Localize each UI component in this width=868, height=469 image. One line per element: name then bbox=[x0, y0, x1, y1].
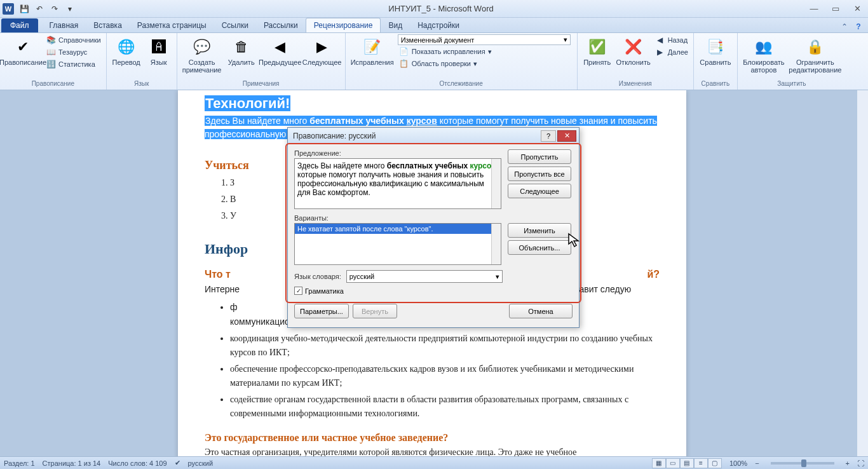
qat-customize-icon[interactable]: ▾ bbox=[64, 3, 76, 15]
tab-review[interactable]: Рецензирование bbox=[306, 18, 381, 32]
status-bar: Раздел: 1 Страница: 1 из 14 Число слов: … bbox=[0, 456, 868, 469]
sentence-textbox[interactable]: Здесь Вы найдете много бесплатных учебны… bbox=[294, 158, 501, 209]
next-comment-icon: ▶ bbox=[312, 37, 332, 57]
scrollbar[interactable] bbox=[491, 224, 501, 264]
status-language[interactable]: русский bbox=[188, 459, 213, 467]
spelling-button[interactable]: ✔ Правописание bbox=[4, 34, 42, 66]
display-for-review-dropdown[interactable]: Измененный документ▾ bbox=[398, 34, 571, 45]
restrict-editing-icon: 🔒 bbox=[805, 37, 825, 57]
web-layout-view-button[interactable]: ▤ bbox=[680, 458, 694, 468]
dict-lang-select[interactable]: русский▾ bbox=[346, 270, 503, 283]
track-changes-label: Исправления bbox=[351, 58, 394, 66]
print-layout-view-button[interactable]: ▦ bbox=[652, 458, 666, 468]
cancel-button[interactable]: Отмена bbox=[509, 304, 573, 318]
new-comment-button[interactable]: 💬Создать примечание bbox=[181, 34, 223, 74]
tab-insert[interactable]: Вставка bbox=[86, 18, 130, 32]
draft-view-button[interactable]: ▢ bbox=[708, 458, 722, 468]
translate-button[interactable]: 🌐Перевод bbox=[111, 34, 142, 66]
skip-all-button[interactable]: Пропустить все bbox=[508, 167, 571, 181]
tab-home[interactable]: Главная bbox=[42, 18, 86, 32]
group-compare: 📑Сравнить Сравнить bbox=[694, 33, 738, 90]
maximize-button[interactable]: ▭ bbox=[827, 3, 844, 15]
status-word-count[interactable]: Число слов: 4 109 bbox=[108, 459, 166, 467]
compare-button[interactable]: 📑Сравнить bbox=[698, 34, 733, 66]
prev-comment-button[interactable]: ◀Предыдущее bbox=[260, 34, 301, 66]
thesaurus-button[interactable]: 📖Тезаурус bbox=[44, 46, 102, 58]
ribbon: ✔ Правописание 📚Справочники 📖Тезаурус 🔢С… bbox=[0, 33, 868, 90]
language-label: Язык bbox=[151, 58, 167, 66]
fullscreen-reading-view-button[interactable]: ▭ bbox=[666, 458, 680, 468]
redo-icon[interactable]: ↷ bbox=[48, 3, 61, 15]
language-button[interactable]: 🅰Язык bbox=[145, 34, 173, 66]
dialog-close-button[interactable]: ✕ bbox=[557, 130, 576, 142]
stats-button[interactable]: 🔢Статистика bbox=[44, 58, 102, 70]
accept-icon: ✅ bbox=[587, 37, 607, 57]
status-section[interactable]: Раздел: 1 bbox=[4, 459, 35, 467]
reviewing-pane-button[interactable]: 📋Область проверки ▾ bbox=[398, 58, 573, 69]
parameters-button[interactable]: Параметры... bbox=[294, 304, 349, 318]
delete-comment-button[interactable]: 🗑Удалить bbox=[226, 34, 257, 66]
thesaurus-icon: 📖 bbox=[46, 47, 56, 57]
tab-page-layout[interactable]: Разметка страницы bbox=[130, 18, 214, 32]
dialog-help-button[interactable]: ? bbox=[541, 130, 556, 142]
skip-button[interactable]: Пропустить bbox=[508, 149, 571, 164]
research-button[interactable]: 📚Справочники bbox=[44, 34, 102, 46]
group-proofing-label: Правописание bbox=[4, 80, 102, 88]
dialog-title: Правописание: русский bbox=[290, 132, 539, 140]
status-proofing-icon[interactable]: ✔ bbox=[175, 459, 180, 467]
status-zoom[interactable]: 100% bbox=[729, 459, 747, 467]
minimize-button[interactable]: — bbox=[806, 3, 822, 15]
status-page[interactable]: Страница: 1 из 14 bbox=[43, 459, 101, 467]
spelling-icon: ✔ bbox=[13, 37, 33, 57]
undo-icon[interactable]: ↶ bbox=[33, 3, 46, 15]
chevron-down-icon: ▾ bbox=[564, 36, 567, 44]
reject-icon: ❌ bbox=[623, 37, 644, 57]
save-icon[interactable]: 💾 bbox=[18, 3, 31, 15]
zoom-in-button[interactable]: + bbox=[846, 459, 850, 467]
tab-references[interactable]: Ссылки bbox=[214, 18, 256, 32]
accept-button[interactable]: ✅Принять bbox=[581, 34, 613, 66]
track-changes-button[interactable]: 📝Исправления bbox=[349, 34, 395, 66]
ribbon-minimize-icon[interactable]: ⌃ bbox=[839, 21, 850, 32]
tab-addins[interactable]: Надстройки bbox=[410, 18, 467, 32]
help-icon[interactable]: ? bbox=[853, 21, 864, 32]
next-change-button[interactable]: ▶Далее bbox=[654, 46, 689, 58]
next-sentence-button[interactable]: Следующее bbox=[508, 184, 571, 198]
reject-button[interactable]: ❌Отклонить bbox=[616, 34, 651, 66]
translate-label: Перевод bbox=[112, 58, 140, 66]
restrict-editing-button[interactable]: 🔒Ограничить редактирование bbox=[789, 34, 842, 74]
show-markup-button[interactable]: 📄Показать исправления ▾ bbox=[398, 46, 573, 57]
close-button[interactable]: ✕ bbox=[849, 3, 865, 15]
tab-mailings[interactable]: Рассылки bbox=[256, 18, 306, 32]
dialog-titlebar[interactable]: Правописание: русский ? ✕ bbox=[288, 128, 579, 144]
variant-item[interactable]: Не хватает запятой после слова "курсов". bbox=[295, 224, 501, 234]
grammar-checkbox[interactable]: ✓ Грамматика bbox=[294, 287, 573, 295]
tab-view[interactable]: Вид bbox=[381, 18, 410, 32]
zoom-slider[interactable] bbox=[771, 462, 834, 465]
group-proofing: ✔ Правописание 📚Справочники 📖Тезаурус 🔢С… bbox=[0, 33, 107, 90]
variants-listbox[interactable]: Не хватает запятой после слова "курсов". bbox=[294, 223, 501, 265]
outline-view-button[interactable]: ≡ bbox=[694, 458, 708, 468]
group-language: 🌐Перевод 🅰Язык Язык bbox=[107, 33, 177, 90]
zoom-out-button[interactable]: − bbox=[755, 459, 759, 467]
prev-comment-icon: ◀ bbox=[270, 37, 290, 57]
prev-change-button[interactable]: ◀Назад bbox=[654, 34, 689, 46]
sentence-label: Предложение: bbox=[294, 149, 501, 157]
language-icon: 🅰 bbox=[149, 37, 169, 57]
explain-button[interactable]: Объяснить... bbox=[508, 240, 571, 255]
group-changes-label: Изменения bbox=[581, 80, 689, 88]
spelling-label: Правописание bbox=[0, 58, 46, 66]
doc-paragraph-3: Это частная организация, учредителями ко… bbox=[205, 446, 660, 456]
next-comment-button[interactable]: ▶Следующее bbox=[303, 34, 341, 66]
fullscreen-icon[interactable]: ⛶ bbox=[857, 459, 864, 467]
change-button[interactable]: Изменить bbox=[508, 223, 571, 238]
restrict-editing-label: Ограничить редактирование bbox=[789, 58, 842, 74]
scrollbar[interactable] bbox=[491, 159, 501, 208]
vertical-scrollbar[interactable] bbox=[857, 90, 868, 456]
show-markup-label: Показать исправления bbox=[412, 48, 485, 55]
zoom-slider-thumb[interactable] bbox=[801, 459, 806, 467]
file-tab[interactable]: Файл bbox=[1, 18, 38, 32]
delete-comment-label: Удалить bbox=[228, 58, 255, 66]
group-tracking: 📝Исправления Измененный документ▾ 📄Показ… bbox=[346, 33, 578, 90]
block-authors-button[interactable]: 👥Блокировать авторов bbox=[742, 34, 786, 74]
